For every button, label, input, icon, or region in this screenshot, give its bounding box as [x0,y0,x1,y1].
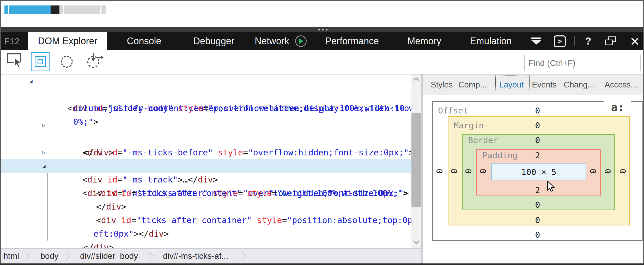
inspected-page-area [1,1,643,27]
tab-network[interactable]: Network [250,32,294,50]
select-element-icon [7,52,23,68]
tree-node-slider-body[interactable]: ◢ <div id="slider_body" style="position:… [1,74,411,88]
margin-label: Margin [454,121,484,130]
nested-squares-icon [35,56,46,67]
padding-label: Padding [482,150,518,160]
tab-emulation[interactable]: Emulation [467,32,515,50]
expand-icon[interactable]: ▷ [40,119,48,132]
padding-top-value: 2 [535,150,540,160]
border-bottom-value: 0 [535,200,540,210]
tab-styles[interactable]: Styles [431,74,453,95]
side-panel-tabs: Styles Comp... Layout Events Chang... Ac… [423,74,643,95]
tree-indent-guide [47,173,48,241]
tree-node-ticks-after-content[interactable]: <div id="ticks_after_content" style="hei… [1,173,411,186]
collapse-icon[interactable]: ◢ [27,74,35,88]
panel-menu-icon[interactable] [531,37,541,45]
tree-node-ms-ticks-before[interactable]: ▷ <div id="-ms-ticks-before" style="over… [1,119,411,132]
scrollbar-thumb[interactable] [411,113,421,207]
window-border [0,0,644,1]
slider-segment [59,5,63,14]
slider-segment [4,5,8,14]
border-top-value: 0 [535,135,540,145]
dock-window-icon[interactable] [605,36,617,46]
pane-splitter[interactable] [421,74,423,263]
scroll-down-icon[interactable] [413,238,419,244]
refresh-highlighting-icon [86,53,104,69]
tab-computed[interactable]: Comp... [458,74,487,95]
collapse-icon[interactable]: ◢ [40,159,48,173]
tree-node-closing-tag-clipped[interactable]: </div> [1,245,411,248]
tab-memory[interactable]: Memory [404,32,445,50]
dashed-circle-button[interactable] [61,56,73,68]
tree-node-wrap-line: eft:0px"></div> [1,213,411,227]
pseudo-state-button[interactable]: a: [604,100,631,116]
offset-bottom-value: 0 [535,230,540,240]
scroll-up-icon[interactable] [413,77,419,83]
devtools-tab-bar: F12 DOM Explorer Console Debugger Networ… [0,32,644,50]
breadcrumb-item-ms-ticks-after[interactable]: div#-ms-ticks-af... [163,249,228,263]
grip-dots-icon [318,29,327,30]
tab-accessibility[interactable]: Access... [605,74,637,95]
tab-console[interactable]: Console [123,32,166,50]
padding-left-value: 0 [478,169,488,174]
padding-bottom-value: 2 [535,185,540,195]
tab-changes[interactable]: Chang... [564,74,594,95]
offset-top-value: 0 [535,106,540,116]
tab-dom-explorer[interactable]: DOM Explorer [28,32,107,50]
dom-explorer-toolbar [1,50,643,74]
chevron-right-icon [144,251,154,261]
tree-node-ticks-after-container[interactable]: <div id="ticks_after_container" style="p… [1,200,411,213]
tree-node-closing-tag[interactable]: </div> [1,227,411,241]
offset-label: Offset [438,106,468,116]
tab-performance[interactable]: Performance [323,32,381,50]
find-input[interactable] [524,55,641,71]
tab-layout[interactable]: Layout [499,74,524,95]
padding-right-value: 0 [588,169,598,174]
tree-node-wrap-line: 0%;"> [1,102,411,115]
slider-segment [18,5,36,14]
window-border [0,263,644,265]
help-icon[interactable]: ? [582,32,594,50]
chevron-right-icon [60,251,70,261]
margin-right-value: 0 [618,169,628,174]
network-play-icon [295,35,307,47]
margin-left-value: 0 [449,169,459,174]
breadcrumb-item-html[interactable]: html [3,249,19,263]
refresh-highlighting-button[interactable] [86,53,104,70]
tree-node-closing-tag[interactable]: </div> [1,186,411,200]
tabbar-divider [574,36,575,46]
breadcrumb-item-slider-body[interactable]: div#slider_body [80,249,138,263]
margin-bottom-value: 0 [535,215,540,225]
expand-icon[interactable]: ▷ [40,146,48,159]
slider-thumb-segment [51,5,59,14]
border-left-value: 0 [463,169,473,174]
tree-node-ms-ticks-after-selected[interactable]: ◢ <div id="-ms-ticks-after" style="overf… [1,159,411,173]
close-icon[interactable] [628,32,641,50]
mouse-cursor-icon [547,181,556,194]
devtools-resize-grip[interactable] [0,27,644,32]
breadcrumb-item-body[interactable]: body [40,249,58,263]
slider-segment [101,5,106,14]
offset-left-value: 0 [434,169,444,174]
f12-label: F12 [4,32,20,50]
margin-top-value: 0 [535,121,540,130]
slider-segment [36,5,51,14]
tree-node-closing-tag[interactable]: </div> [1,132,411,146]
chevron-right-icon [20,251,30,261]
select-element-button[interactable] [7,52,23,69]
tab-debugger[interactable]: Debugger [189,32,239,50]
tree-node-wrap-line: column;justify-content:center;overflow:h… [1,88,411,102]
tree-node-ms-track[interactable]: ▷ <div id="-ms-track">…</div> [1,146,411,159]
box-model-content: 100 × 5 [491,163,586,180]
breadcrumb: html body div#slider_body div#-ms-ticks-… [1,248,421,263]
styles-layout-pane: Styles Comp... Layout Events Chang... Ac… [423,74,643,263]
console-prompt-icon[interactable]: > [554,35,566,47]
element-highlighting-button[interactable] [31,52,50,71]
border-right-value: 0 [603,169,612,174]
tab-events[interactable]: Events [532,74,557,95]
window-border [0,0,1,265]
f12-devtools-window: F12 DOM Explorer Console Debugger Networ… [0,0,644,265]
tree-scrollbar[interactable] [411,74,421,248]
slider-segment [64,5,100,14]
chevron-right-icon [237,251,247,261]
